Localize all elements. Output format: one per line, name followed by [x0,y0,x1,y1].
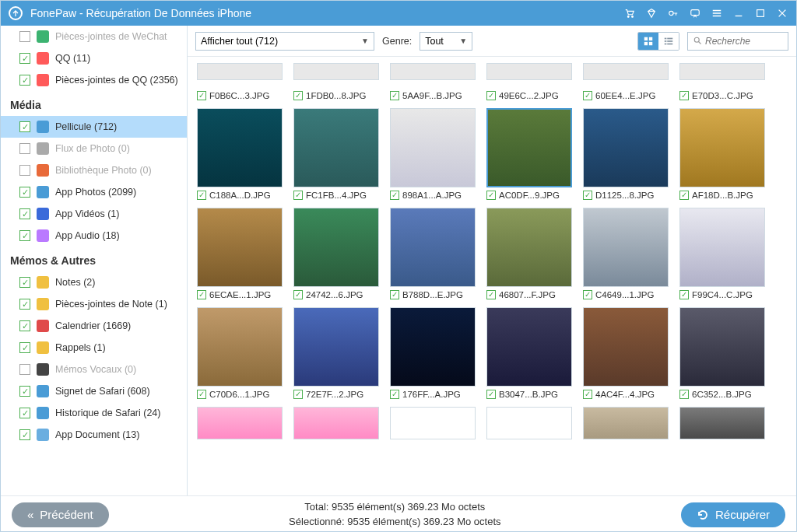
checkbox[interactable] [19,230,30,241]
thumbnail-image[interactable] [197,307,283,387]
checkbox[interactable] [19,342,30,353]
checkbox[interactable] [19,121,30,132]
thumbnail-image[interactable] [197,208,283,287]
thumbnail-grid-scroll[interactable]: F0B6C...3.JPG1FDB0...8.JPG5AA9F...B.JPG4… [188,57,796,495]
sidebar-item[interactable]: Rappels (1) [1,337,187,359]
thumbnail-image[interactable] [486,208,572,287]
checkbox[interactable] [486,390,496,399]
thumbnail-image[interactable] [293,108,379,187]
checkbox[interactable] [19,408,30,418]
checkbox[interactable] [197,91,206,100]
checkbox[interactable] [19,364,30,375]
thumbnail-cell[interactable]: 72E7F...2.JPG [293,307,379,399]
search-box[interactable] [687,32,788,51]
checkbox[interactable] [583,290,592,299]
checkbox[interactable] [197,191,206,200]
checkbox[interactable] [293,290,303,299]
checkbox[interactable] [19,299,30,310]
thumbnail-cell[interactable]: AC0DF...9.JPG [486,108,572,200]
sidebar-item[interactable]: Pièces-jointes de QQ (2356) [1,69,187,91]
checkbox[interactable] [19,429,30,440]
checkbox[interactable] [390,290,399,299]
thumbnail-cell[interactable]: C4649...1.JPG [583,208,669,299]
thumbnail-image[interactable] [679,108,765,187]
sidebar-item[interactable]: Bibliothèque Photo (0) [1,159,187,181]
sidebar-item[interactable]: App Audio (18) [1,225,187,247]
display-filter-dropdown[interactable]: Afficher tout (712) ▼ [195,32,374,51]
diamond-icon[interactable] [645,7,658,19]
checkbox[interactable] [197,390,206,399]
sidebar-item[interactable]: Flux de Photo (0) [1,138,187,159]
checkbox[interactable] [19,208,30,219]
thumbnail-cell[interactable]: 6ECAE...1.JPG [197,208,283,299]
checkbox[interactable] [19,277,30,288]
close-icon[interactable] [776,7,788,19]
genre-dropdown[interactable]: Tout ▼ [420,32,472,51]
thumbnail-image[interactable] [583,208,669,287]
key-icon[interactable] [667,7,679,19]
thumbnail-cell[interactable]: 6C352...B.JPG [679,307,765,399]
sidebar-item[interactable]: Pièces-jointes de Note (1) [1,293,187,315]
sidebar-item[interactable]: Signet de Safari (608) [1,380,187,402]
checkbox[interactable] [679,290,689,299]
thumbnail-cell[interactable]: AF18D...B.JPG [679,108,765,200]
sidebar-item[interactable]: Historique de Safari (24) [1,402,187,424]
back-button[interactable]: « Précédent [12,502,109,527]
sidebar-item[interactable]: Pièces-jointes de WeChat [1,26,187,47]
checkbox[interactable] [19,386,30,397]
checkbox[interactable] [583,91,592,100]
thumbnail-cell[interactable]: F99C4...C.JPG [679,208,765,299]
thumbnail-cell[interactable]: 176FF...A.JPG [390,307,476,399]
checkbox[interactable] [293,390,303,399]
thumbnail-image[interactable] [679,208,765,287]
sidebar-item[interactable]: Calendrier (1669) [1,315,187,337]
checkbox[interactable] [19,75,30,86]
cart-icon[interactable] [623,7,636,19]
sidebar[interactable]: Pièces-jointes de WeChatQQ (11)Pièces-jo… [1,26,188,495]
sidebar-item[interactable]: App Vidéos (1) [1,203,187,225]
thumbnail-cell[interactable]: FC1FB...4.JPG [293,108,379,200]
thumbnail-cell[interactable]: C70D6...1.JPG [197,307,283,399]
recover-button[interactable]: Récupérer [681,502,785,527]
thumbnail-cell[interactable]: B3047...B.JPG [486,307,572,399]
checkbox[interactable] [19,143,30,154]
menu-icon[interactable] [711,7,723,19]
thumbnail-image[interactable] [486,108,572,187]
thumbnail-cell[interactable]: 898A1...A.JPG [390,108,476,200]
thumbnail-image[interactable] [486,307,572,387]
thumbnail-image[interactable] [390,108,476,187]
thumbnail-cell[interactable]: B788D...E.JPG [390,208,476,299]
thumbnail-image[interactable] [583,307,669,387]
sidebar-item[interactable]: Mémos Vocaux (0) [1,359,187,380]
grid-view-icon[interactable] [638,33,658,50]
checkbox[interactable] [19,165,30,176]
thumbnail-image[interactable] [679,307,765,387]
checkbox[interactable] [293,191,303,200]
checkbox[interactable] [19,53,30,64]
thumbnail-image[interactable] [197,108,283,187]
sidebar-item[interactable]: Pellicule (712) [1,116,187,138]
checkbox[interactable] [679,191,689,200]
sidebar-item[interactable]: QQ (11) [1,47,187,69]
checkbox[interactable] [19,31,30,42]
checkbox[interactable] [19,187,30,198]
thumbnail-cell[interactable]: 24742...6.JPG [293,208,379,299]
checkbox[interactable] [583,390,592,399]
minimize-icon[interactable] [732,7,745,19]
checkbox[interactable] [390,91,399,100]
thumbnail-image[interactable] [583,108,669,187]
sidebar-item[interactable]: Notes (2) [1,271,187,293]
checkbox[interactable] [293,91,303,100]
checkbox[interactable] [679,390,689,399]
checkbox[interactable] [486,191,496,200]
list-view-icon[interactable] [658,33,679,50]
sidebar-item[interactable]: App Document (13) [1,424,187,446]
sidebar-item[interactable]: App Photos (2099) [1,181,187,203]
feedback-icon[interactable] [689,7,701,19]
checkbox[interactable] [390,390,399,399]
thumbnail-cell[interactable]: C188A...D.JPG [197,108,283,200]
thumbnail-cell[interactable]: D1125...8.JPG [583,108,669,200]
thumbnail-image[interactable] [390,208,476,287]
thumbnail-image[interactable] [390,307,476,387]
checkbox[interactable] [583,191,592,200]
